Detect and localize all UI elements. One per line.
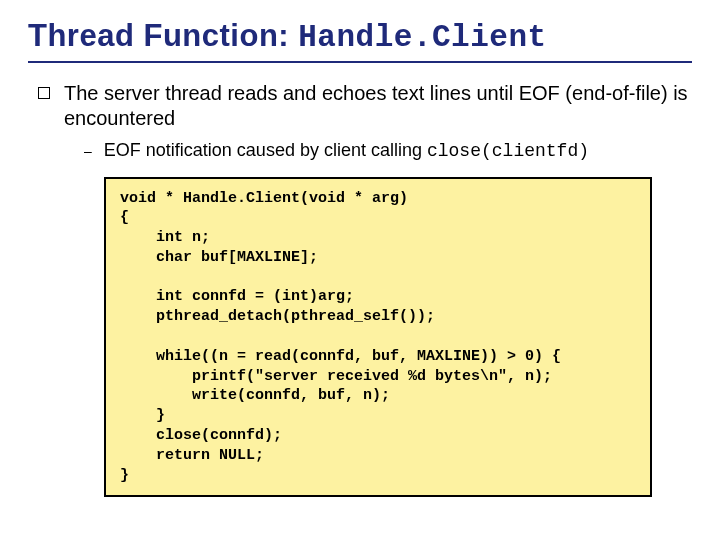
bullet-row: The server thread reads and echoes text … <box>38 81 692 131</box>
subbullet-text: EOF notification caused by client callin… <box>104 139 589 163</box>
slide: Thread Function: Handle.Client The serve… <box>0 0 720 515</box>
subbullet-prefix: EOF notification caused by client callin… <box>104 140 427 160</box>
slide-title: Thread Function: Handle.Client <box>28 18 692 55</box>
code-block: void * Handle.Client(void * arg) { int n… <box>104 177 652 498</box>
subbullet-code: close(clientfd) <box>427 141 589 161</box>
subbullet-row: – EOF notification caused by client call… <box>84 139 692 163</box>
square-bullet-icon <box>38 87 50 99</box>
title-prefix: Thread Function: <box>28 18 298 53</box>
dash-bullet-icon: – <box>84 143 92 159</box>
title-rule <box>28 61 692 63</box>
title-code: Handle.Client <box>298 20 546 55</box>
bullet-text: The server thread reads and echoes text … <box>64 81 692 131</box>
